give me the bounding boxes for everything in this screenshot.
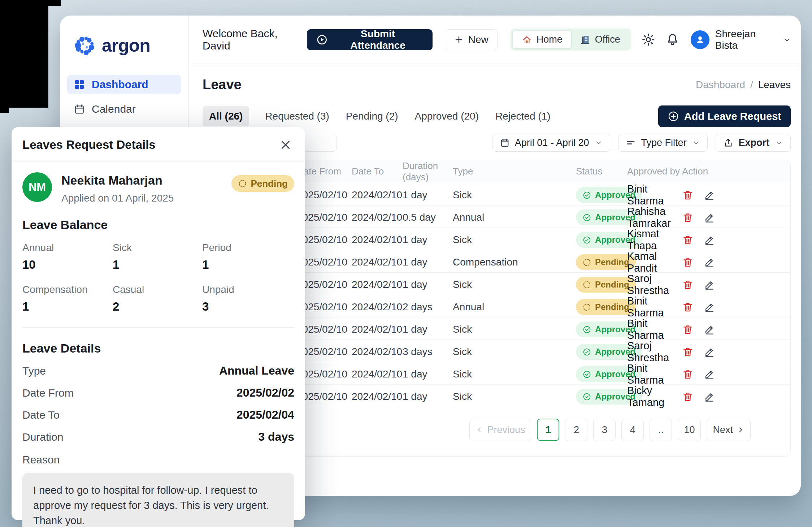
cell-duration: 0.5 day [403,212,453,223]
submit-attendance-button[interactable]: Submit Attendance [307,29,433,50]
delete-button[interactable] [682,212,694,223]
status-badge: Pending [576,277,636,293]
cell-type: Sick [453,279,576,290]
balance-value: 3 [202,300,294,314]
delete-button[interactable] [682,391,694,402]
reason-text: I need to go to hospital for follow-up. … [22,473,294,527]
edit-button[interactable] [704,346,715,358]
user-name[interactable]: Shreejan Bista [715,28,780,51]
detail-row: Date From 2025/02/02 [22,386,294,399]
edit-button[interactable] [704,256,715,268]
delete-button[interactable] [682,301,694,313]
close-button[interactable] [279,138,292,151]
next-page-button[interactable]: Next [707,419,751,441]
edit-button[interactable] [704,234,715,246]
edit-button[interactable] [704,212,715,223]
page-number-label: 2 [574,424,579,436]
page-number-button[interactable]: 4 [621,419,644,441]
tab[interactable]: Approved (20) [414,106,479,126]
page-number-button[interactable]: 10 [678,419,701,441]
status-badge: Pending [231,175,294,192]
check-circle-icon [582,191,591,200]
page-number-button[interactable]: 2 [565,419,587,441]
page-number-button[interactable]: 1 [537,419,559,441]
delete-button[interactable] [682,346,694,358]
cell-actions [682,391,790,402]
check-circle-icon [582,392,591,401]
page-number-label: .. [658,424,664,436]
page-number-button[interactable]: .. [650,419,672,441]
applied-date: Applied on 01 April, 2025 [61,193,174,204]
column-header-label: Date To [352,166,384,177]
modal-divider [22,327,294,328]
cell-type: Sick [453,189,576,201]
toggle-home-label: Home [537,34,563,45]
delete-button[interactable] [682,368,694,380]
cell-status: Approved [576,187,627,203]
page-number-button[interactable]: 3 [593,419,616,441]
tab[interactable]: All (26) [203,106,249,126]
home-icon [521,34,532,45]
balance-label: Compensation [22,284,113,295]
leave-details-title: Leave Details [22,341,294,355]
check-circle-icon [582,325,591,334]
breadcrumb-parent[interactable]: Dashboard [696,79,745,91]
edit-button[interactable] [704,368,715,380]
sidebar-item-calendar[interactable]: Calendar [67,99,181,119]
tab[interactable]: Pending (2) [345,106,399,126]
sidebar-item-dashboard[interactable]: Dashboard [67,75,181,94]
filter-buttons: April 01 - April 20 Type Filter Export [492,134,791,152]
new-button[interactable]: New [445,29,498,50]
person-icon [695,34,705,45]
next-label: Next [713,424,733,436]
cell-approved-by: Kamal Pandit [627,250,682,274]
trash-icon [682,234,694,246]
toggle-option-office[interactable]: Office [571,31,629,48]
delete-button[interactable] [682,234,694,246]
balance-item: Period 1 [202,242,294,272]
edit-button[interactable] [704,391,715,402]
pencil-icon [704,346,715,358]
cell-actions [682,189,790,201]
cell-actions [682,346,790,358]
sidebar-nav: Dashboard Calendar [60,57,188,119]
delete-button[interactable] [682,279,694,290]
export-icon [723,138,733,148]
user-avatar[interactable] [691,30,709,49]
type-filter-button[interactable]: Type Filter [618,134,708,152]
delete-button[interactable] [682,189,694,201]
status-label: Pending [595,280,629,290]
delete-button[interactable] [682,256,694,268]
cell-type: Sick [453,346,576,358]
edit-button[interactable] [704,324,715,335]
previous-page-button[interactable]: Previous [469,419,531,441]
edit-button[interactable] [704,301,715,313]
black-corner-shape [0,108,9,113]
chevron-down-icon[interactable] [783,35,791,44]
date-range-button[interactable]: April 01 - April 20 [492,134,611,152]
tab[interactable]: Requested (3) [264,106,330,126]
employee-info: Neekita Maharjan Applied on 01 April, 20… [61,172,174,204]
toggle-option-home[interactable]: Home [513,31,571,48]
pencil-icon [704,212,715,223]
cell-approved-by: Binit Sharma [627,183,682,207]
cell-duration: 1 day [403,189,453,201]
settings-button[interactable] [641,33,655,47]
balance-item: Compensation 1 [22,284,113,314]
tab[interactable]: Rejected (1) [495,106,551,126]
chevron-down-icon [595,139,603,147]
cell-duration: 1 day [403,279,453,290]
edit-button[interactable] [704,279,715,290]
detail-value: Annual Leave [219,364,294,377]
edit-button[interactable] [704,189,715,201]
notifications-button[interactable] [665,33,679,47]
export-button[interactable]: Export [716,134,791,152]
cell-date-to: 2024/02/10 [352,346,403,358]
leave-balance-title: Leave Balance [22,218,294,232]
column-header: Type [453,166,576,177]
cell-date-to: 2024/02/10 [352,279,403,290]
add-leave-request-button[interactable]: Add Leave Request [658,105,791,127]
tab-label: Rejected (1) [495,111,551,122]
delete-button[interactable] [682,324,694,335]
chevron-left-icon [476,426,483,434]
